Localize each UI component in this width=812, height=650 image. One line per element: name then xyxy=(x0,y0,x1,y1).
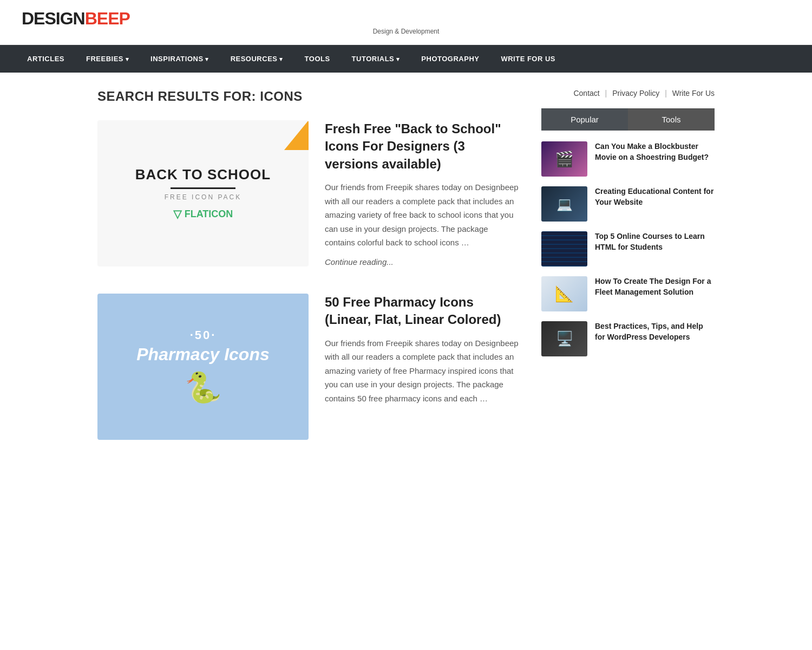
article-body-2: 50 Free Pharmacy Icons (Linear, Flat, Li… xyxy=(325,294,520,440)
sidebar-links: Contact | Privacy Policy | Write For Us xyxy=(541,89,715,98)
article-title-2[interactable]: 50 Free Pharmacy Icons (Linear, Flat, Li… xyxy=(325,294,520,329)
article-title-link-1[interactable]: Fresh Free "Back to School" Icons For De… xyxy=(325,121,501,171)
sidebar-thumb-1: 🎬 xyxy=(541,141,587,177)
sidebar-post-3: Top 5 Online Courses to Learn HTML for S… xyxy=(541,231,715,266)
bts-line xyxy=(171,187,235,189)
sidebar-post-1: 🎬 Can You Make a Blockbuster Movie on a … xyxy=(541,141,715,177)
nav-freebies[interactable]: FREEBIES xyxy=(75,45,140,73)
sidebar-post-link-2[interactable]: Creating Educational Content for Your We… xyxy=(595,187,713,206)
movie-icon: 🎬 xyxy=(555,150,574,168)
article-back-to-school: BACK TO SCHOOL FREE ICON PACK ▽ FLATICON… xyxy=(97,120,520,266)
site-header: DESIGNBEEP Design & Development xyxy=(0,0,812,45)
bts-brand-text: FLATICON xyxy=(185,209,233,220)
sidebar-thumb-2: 💻 xyxy=(541,186,587,222)
nav-photography[interactable]: PHOTOGRAPHY xyxy=(410,45,490,73)
bts-subtitle: FREE ICON PACK xyxy=(165,193,241,201)
article-excerpt-2: Our friends from Freepik shares today on… xyxy=(325,336,520,406)
sidebar-post-4: 📐 How To Create The Design For a Fleet M… xyxy=(541,276,715,311)
sidebar-post-title-2[interactable]: Creating Educational Content for Your We… xyxy=(595,186,715,207)
bts-brand: ▽ FLATICON xyxy=(173,207,233,220)
nav-inspirations[interactable]: INSPIRATIONS xyxy=(140,45,220,73)
tab-tools[interactable]: Tools xyxy=(628,108,715,131)
sidebar-post-5: 🖥️ Best Practices, Tips, and Help for Wo… xyxy=(541,321,715,356)
nav-resources[interactable]: RESOURCES xyxy=(220,45,294,73)
sidebar-contact-link[interactable]: Contact xyxy=(573,89,599,98)
sidebar-post-link-4[interactable]: How To Create The Design For a Fleet Man… xyxy=(595,277,711,296)
nav-tutorials[interactable]: TUTORIALS xyxy=(341,45,411,73)
sidebar-thumb-3 xyxy=(541,231,587,266)
sidebar-post-title-3[interactable]: Top 5 Online Courses to Learn HTML for S… xyxy=(595,231,715,252)
sidebar-post-title-1[interactable]: Can You Make a Blockbuster Movie on a Sh… xyxy=(595,141,715,162)
wordpress-icon: 🖥️ xyxy=(556,330,573,347)
article-pharmacy: ·50· Pharmacy Icons 🐍 50 Free Pharmacy I… xyxy=(97,294,520,440)
article-body-1: Fresh Free "Back to School" Icons For De… xyxy=(325,120,520,266)
article-excerpt-1: Our friends from Freepik shares today on… xyxy=(325,180,520,250)
sidebar-post-2: 💻 Creating Educational Content for Your … xyxy=(541,186,715,222)
sidebar-privacy-link[interactable]: Privacy Policy xyxy=(612,89,659,98)
sidebar-post-link-5[interactable]: Best Practices, Tips, and Help for WordP… xyxy=(595,322,703,341)
logo-design: DESIGN xyxy=(22,9,85,28)
main-content: SEARCH RESULTS FOR: ICONS BACK TO SCHOOL… xyxy=(97,89,520,467)
sidebar-post-title-5[interactable]: Best Practices, Tips, and Help for WordP… xyxy=(595,321,715,342)
sidebar-post-title-4[interactable]: How To Create The Design For a Fleet Man… xyxy=(595,276,715,297)
article-thumbnail-2[interactable]: ·50· Pharmacy Icons 🐍 xyxy=(97,294,309,440)
logo-beep: BEEP xyxy=(85,9,130,28)
sidebar: Contact | Privacy Policy | Write For Us … xyxy=(541,89,715,467)
continue-reading-1[interactable]: Continue reading... xyxy=(325,257,520,266)
triangle-decoration xyxy=(284,120,309,150)
nav-write-for-us[interactable]: WRITE FOR US xyxy=(490,45,566,73)
logo-tagline: Design & Development xyxy=(22,28,790,35)
laptop-icon: 💻 xyxy=(556,197,573,212)
bts-title: BACK TO SCHOOL xyxy=(135,166,271,183)
sidebar-write-link[interactable]: Write For Us xyxy=(672,89,715,98)
main-nav: ARTICLES FREEBIES INSPIRATIONS RESOURCES… xyxy=(0,45,812,73)
article-title-link-2[interactable]: 50 Free Pharmacy Icons (Linear, Flat, Li… xyxy=(325,295,501,327)
sidebar-tabs: Popular Tools xyxy=(541,108,715,131)
nav-tools[interactable]: TOOLS xyxy=(294,45,341,73)
tab-popular[interactable]: Popular xyxy=(541,108,628,131)
sidebar-thumb-5: 🖥️ xyxy=(541,321,587,356)
article-title-1[interactable]: Fresh Free "Back to School" Icons For De… xyxy=(325,120,520,173)
continue-reading-link-1[interactable]: Continue reading... xyxy=(325,257,394,266)
search-title: SEARCH RESULTS FOR: ICONS xyxy=(97,89,520,104)
sidebar-divider-1: | xyxy=(605,89,607,98)
sidebar-divider-2: | xyxy=(665,89,667,98)
sidebar-post-link-3[interactable]: Top 5 Online Courses to Learn HTML for S… xyxy=(595,232,705,251)
code-bg xyxy=(541,231,587,266)
flaticon-icon: ▽ xyxy=(173,207,181,220)
nav-articles[interactable]: ARTICLES xyxy=(16,45,75,73)
site-logo[interactable]: DESIGNBEEP Design & Development xyxy=(22,10,790,35)
blueprint-icon: 📐 xyxy=(555,285,574,303)
page-container: SEARCH RESULTS FOR: ICONS BACK TO SCHOOL… xyxy=(81,73,731,483)
article-thumbnail-1[interactable]: BACK TO SCHOOL FREE ICON PACK ▽ FLATICON xyxy=(97,120,309,266)
sidebar-post-link-1[interactable]: Can You Make a Blockbuster Movie on a Sh… xyxy=(595,142,709,161)
pharmacy-snake-icon: 🐍 xyxy=(185,370,222,405)
pharmacy-number: ·50· xyxy=(190,328,217,342)
pharmacy-title: Pharmacy Icons xyxy=(136,344,269,365)
sidebar-thumb-4: 📐 xyxy=(541,276,587,311)
